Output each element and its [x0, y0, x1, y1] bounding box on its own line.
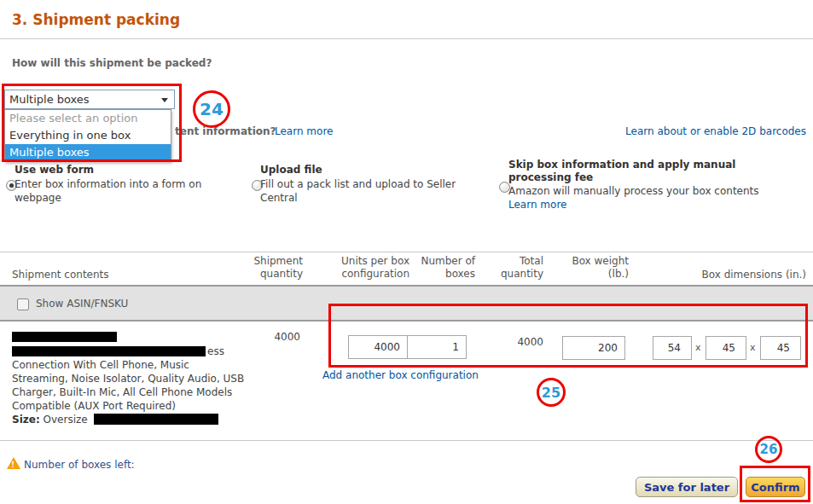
barcodes-link[interactable]: Learn about or enable 2D barcodes: [625, 125, 806, 137]
product-description: Connection With Cell Phone, Music Stream…: [12, 358, 244, 413]
packing-method-selected-value: Multiple boxes: [9, 93, 90, 106]
box-weight-input[interactable]: [562, 336, 625, 360]
warning-icon: !: [7, 457, 20, 469]
annotation-badge-25: 25: [537, 378, 566, 407]
packing-method-select[interactable]: Multiple boxes: [4, 90, 175, 109]
show-asin-row: Show ASIN/FNSKU: [0, 287, 813, 322]
upload-file-desc: Fill out a pack list and upload to Selle…: [260, 177, 456, 205]
table-top-divider: [0, 252, 813, 252]
box-content-question-fragment: tent information?: [175, 125, 276, 137]
annotation-badge-24: 24: [193, 90, 230, 128]
redaction-dash: [529, 304, 536, 306]
col-header-box-weight: Box weight (lb.): [567, 255, 629, 281]
footer-divider: [0, 440, 813, 441]
confirm-button[interactable]: Confirm: [746, 477, 805, 497]
add-box-config-link[interactable]: Add another box configuration: [322, 369, 479, 381]
redaction-bar: [12, 332, 117, 342]
dim-length-input[interactable]: [653, 336, 692, 360]
skip-box-learn-more-link[interactable]: Learn more: [508, 199, 566, 211]
upload-file-title: Upload file: [260, 164, 322, 177]
dim-width-input[interactable]: [706, 336, 746, 360]
page-title: 3. Shipment packing: [12, 11, 180, 28]
number-of-boxes-input[interactable]: [407, 335, 467, 359]
use-web-form-title: Use web form: [15, 164, 94, 177]
option-multiple-boxes[interactable]: Multiple boxes: [5, 144, 171, 161]
col-header-shipment-quantity: Shipment quantity: [241, 255, 303, 281]
packing-question: How will this shipment be packed?: [12, 57, 212, 69]
show-asin-label: Show ASIN/FNSKU: [36, 298, 128, 310]
option-everything-one-box[interactable]: Everything in one box: [5, 127, 171, 144]
dim-height-input[interactable]: [760, 336, 801, 360]
col-header-total-quantity: Total quantity: [494, 255, 543, 281]
total-quantity-value: 4000: [517, 336, 543, 348]
dim-separator: x: [750, 342, 756, 353]
annotation-badge-26: 26: [755, 436, 782, 463]
shipment-quantity-value: 4000: [274, 331, 300, 343]
skip-box-title: Skip box information and apply manual pr…: [508, 159, 735, 184]
redaction-bar: [94, 414, 218, 425]
col-header-box-dimensions: Box dimensions (in.): [702, 269, 806, 281]
product-desc-fragment: ess: [207, 345, 224, 358]
size-label: Size:: [12, 414, 40, 426]
learn-more-link[interactable]: Learn more: [275, 125, 333, 137]
caret-down-icon: [161, 98, 168, 102]
redaction-bar: [12, 346, 206, 356]
option-please-select[interactable]: Please select an option: [5, 110, 171, 127]
skip-box-desc: Amazon will manually process your box co…: [508, 184, 759, 198]
save-for-later-button[interactable]: Save for later: [636, 477, 738, 497]
col-header-number-of-boxes: Number of boxes: [411, 255, 475, 281]
show-asin-checkbox[interactable]: [17, 298, 29, 310]
shipment-packing-page: 3. Shipment packing How will this shipme…: [0, 0, 813, 504]
dim-separator: x: [695, 342, 701, 353]
header-divider: [0, 38, 813, 39]
units-per-box-input[interactable]: [348, 335, 408, 359]
col-header-units-per-box: Units per box configuration: [329, 255, 409, 281]
boxes-left-label: Number of boxes left:: [24, 459, 135, 471]
use-web-form-desc: Enter box information into a form on web…: [15, 177, 201, 205]
packing-method-dropdown: Please select an option Everything in on…: [4, 109, 171, 162]
size-value: Oversize: [44, 414, 88, 426]
product-size-line: Size: Oversize: [12, 414, 88, 426]
col-header-shipment-contents: Shipment contents: [12, 269, 109, 281]
